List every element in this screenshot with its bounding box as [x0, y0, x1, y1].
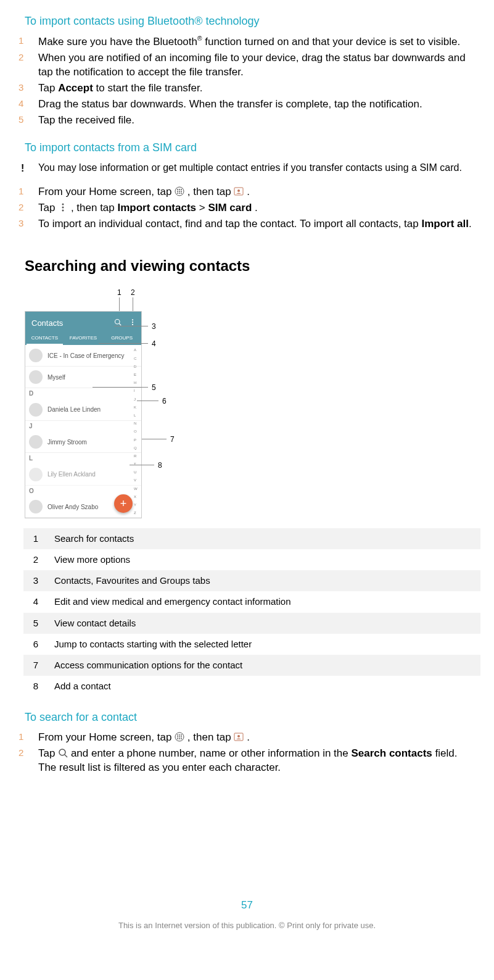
step-text: .: [247, 731, 250, 743]
step-item: Tap the received file.: [19, 114, 475, 128]
legend-text: Edit and view medical and emergency cont…: [48, 591, 480, 612]
section-letter: D: [25, 388, 141, 399]
steps-sim: From your Home screen, tap , then tap . …: [19, 185, 475, 231]
svg-point-21: [177, 734, 178, 736]
svg-point-25: [179, 736, 180, 737]
contact-row[interactable]: Lily Ellen Ackland: [25, 464, 141, 486]
callout-7: 7: [142, 434, 175, 444]
avatar: [29, 435, 43, 449]
step-item: From your Home screen, tap , then tap .: [19, 185, 475, 199]
steps-bluetooth: Make sure you have the Bluetooth® functi…: [19, 35, 475, 127]
ice-label: ICE - In Case of Emergency: [47, 352, 125, 360]
avatar: [29, 370, 43, 384]
step-item: Drag the status bar downwards. When the …: [19, 98, 475, 112]
ice-row[interactable]: ICE - In Case of Emergency: [25, 345, 141, 367]
step-text: Tap: [38, 202, 58, 214]
svg-point-27: [177, 738, 178, 739]
legend-num: 6: [23, 634, 48, 655]
myself-row[interactable]: Myself: [25, 367, 141, 388]
svg-point-32: [59, 749, 65, 755]
section-letter: J: [25, 421, 141, 432]
registered-mark: ®: [197, 35, 202, 42]
search-icon: [58, 748, 68, 758]
legend-row: 7Access communication options for the co…: [23, 655, 480, 676]
avatar: [29, 468, 43, 481]
step-text: >: [199, 202, 208, 214]
svg-point-31: [237, 735, 240, 737]
step-text: From your Home screen, tap: [38, 186, 175, 197]
contact-row[interactable]: Jimmy Stroom: [25, 431, 141, 453]
legend-row: 5View contact details: [23, 613, 480, 634]
legend-text: Access communication options for the con…: [48, 655, 480, 676]
legend-row: 1Search for contacts: [23, 528, 480, 549]
contact-row[interactable]: Daniela Lee Linden: [25, 399, 141, 421]
steps-search: From your Home screen, tap , then tap . …: [19, 731, 475, 775]
step-item: When you are notified of an incoming fil…: [19, 51, 475, 80]
step-text: .: [469, 218, 472, 230]
svg-point-22: [179, 734, 180, 736]
legend-text: View contact details: [48, 613, 480, 634]
ice-icon: [29, 349, 43, 362]
contacts-app-icon: [234, 732, 244, 742]
phone-mockup: 1 2 Contacts CONTACTS FAVORITES GROUPS I…: [25, 288, 185, 522]
step-text: , then tap: [71, 202, 118, 214]
legend-row: 3Contacts, Favourites and Groups tabs: [23, 570, 480, 591]
footer-note: This is an Internet version of this publ…: [19, 920, 475, 931]
svg-line-33: [65, 755, 67, 757]
step-text: , then tap: [187, 731, 234, 743]
step-item: From your Home screen, tap , then tap .: [19, 731, 475, 745]
avatar: [29, 500, 43, 513]
contacts-app-icon: [234, 186, 244, 196]
legend-row: 6Jump to contacts starting with the sele…: [23, 634, 480, 655]
svg-point-7: [177, 193, 178, 194]
step-text: to start the file transfer.: [93, 82, 203, 94]
legend-text: Jump to contacts starting with the selec…: [48, 634, 480, 655]
legend-text: Add a contact: [48, 676, 480, 697]
callout-8: 8: [142, 460, 162, 470]
tab-contacts[interactable]: CONTACTS: [25, 331, 64, 346]
legend-row: 8Add a contact: [23, 676, 480, 697]
svg-point-28: [179, 738, 180, 739]
callout-2: 2: [131, 288, 135, 312]
svg-point-1: [177, 189, 178, 190]
import-all-label: Import all: [421, 218, 469, 230]
svg-line-16: [119, 323, 121, 325]
search-contacts-label: Search contacts: [351, 747, 432, 759]
tab-favorites[interactable]: FAVORITES: [64, 331, 103, 346]
alpha-index[interactable]: ACDEHIJKLNOPQRTUVWXYZ: [134, 345, 140, 518]
warning-block: ! You may lose information or get multip…: [19, 161, 475, 175]
apps-icon: [175, 732, 184, 742]
svg-point-2: [179, 189, 180, 190]
legend-num: 7: [23, 655, 48, 676]
svg-point-8: [179, 193, 180, 194]
svg-point-18: [132, 322, 133, 323]
callout-3: 3: [142, 322, 156, 331]
svg-point-17: [132, 319, 133, 320]
phone-header-title: Contacts: [31, 318, 63, 329]
svg-point-6: [181, 191, 182, 192]
legend-num: 4: [23, 591, 48, 612]
step-text: Tap: [38, 82, 58, 94]
callout-5: 5: [142, 383, 156, 392]
phone-header: Contacts: [25, 312, 141, 331]
step-text: Tap: [38, 747, 58, 759]
legend-row: 2View more options: [23, 549, 480, 570]
callout-6: 6: [142, 396, 167, 406]
apps-icon: [175, 186, 184, 196]
contact-name: Oliver Andy Szabo: [47, 503, 98, 512]
svg-point-19: [132, 323, 133, 325]
step-text: function turned on and that your device …: [202, 36, 461, 48]
section-letter: L: [25, 453, 141, 464]
legend-num: 1: [23, 528, 48, 549]
step-item: To import an individual contact, find an…: [19, 217, 475, 231]
import-contacts-label: Import contacts: [118, 202, 197, 214]
legend-text: Search for contacts: [48, 528, 480, 549]
svg-point-24: [177, 736, 178, 737]
sim-card-label: SIM card: [208, 202, 252, 214]
step-item: Tap Accept to start the file transfer.: [19, 81, 475, 96]
step-item: Tap and enter a phone number, name or ot…: [19, 747, 475, 775]
heading-search: To search for a contact: [25, 710, 475, 725]
avatar: [29, 403, 43, 417]
svg-point-29: [181, 738, 182, 739]
legend-text: View more options: [48, 549, 480, 570]
